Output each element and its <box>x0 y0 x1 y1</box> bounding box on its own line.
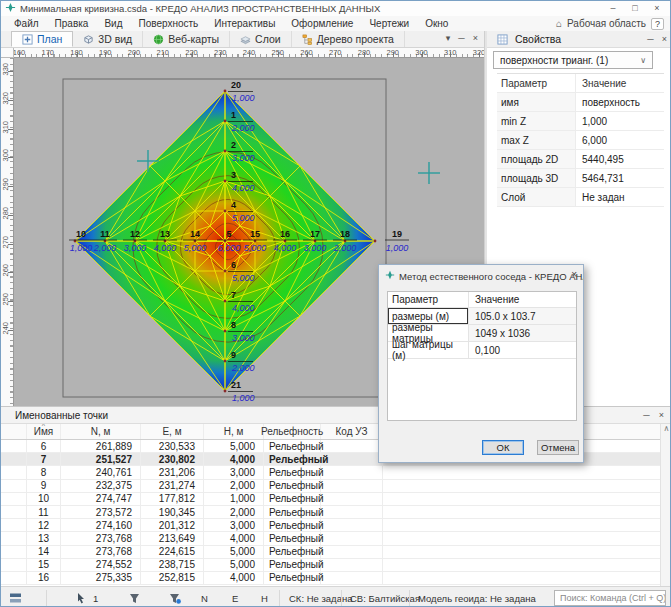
properties-close-icon[interactable]: × <box>662 34 667 44</box>
svg-text:1,000: 1,000 <box>386 243 409 253</box>
ruler-label: 300 <box>1 149 10 162</box>
svg-text:15: 15 <box>250 229 260 239</box>
3d-view-icon <box>83 34 94 45</box>
scroll-up-icon[interactable]: ∧ <box>664 424 670 433</box>
property-row[interactable]: имяповерхность <box>497 93 664 112</box>
property-row[interactable]: площадь 2D5440,495 <box>497 150 664 169</box>
ruler-label: 260 <box>1 264 10 277</box>
column-header[interactable]: Код УЗ <box>321 424 383 439</box>
close-window-button[interactable]: × <box>646 1 668 15</box>
properties-minimize-icon[interactable]: ─ <box>647 34 653 44</box>
column-header[interactable]: H, м <box>204 424 264 439</box>
tab-layers[interactable]: Слои <box>230 31 292 47</box>
menu-item-drawings[interactable]: Чертежи <box>361 18 417 29</box>
svg-text:5,000: 5,000 <box>232 213 255 223</box>
svg-text:3: 3 <box>231 170 236 180</box>
tab-3d-view[interactable]: 3D вид <box>73 31 143 47</box>
property-row[interactable]: СлойНе задан <box>497 188 664 207</box>
tab-plan[interactable]: План <box>11 31 73 47</box>
natural-neighbor-dialog: Метод естественного соседа - КРЕДО АНАЛИ… <box>378 264 584 463</box>
menu-item-edit[interactable]: Правка <box>47 18 97 29</box>
object-selector-dropdown[interactable]: поверхности трианг. (1) ∨ <box>493 51 653 69</box>
tab-label: 3D вид <box>98 33 132 45</box>
points-panel-minimize-icon[interactable]: ─ <box>643 410 649 420</box>
svg-text:17: 17 <box>310 229 320 239</box>
menu-item-surface[interactable]: Поверхность <box>130 18 206 29</box>
tab-project-tree[interactable]: Дерево проекта <box>292 31 405 47</box>
geoid-status[interactable]: Модель геоида: Не задана <box>418 587 536 607</box>
point-row[interactable]: 16275,335252,8154,000Рельефный <box>1 572 660 585</box>
title-bar: Минимальная кривизна.csda - КРЕДО АНАЛИЗ… <box>1 1 670 16</box>
crs-status[interactable]: СК: Не задана <box>289 587 352 607</box>
command-search-input[interactable]: Поиск: Команда (Ctrl + Q) <box>554 590 666 606</box>
named-points-title: Именованные точки <box>15 410 108 421</box>
window-title: Минимальная кривизна.csda - КРЕДО АНАЛИЗ… <box>20 3 380 14</box>
point-row[interactable]: 12274,160201,3123,000Рельефный <box>1 519 660 532</box>
ok-button[interactable]: ОК <box>482 440 524 455</box>
svg-text:13: 13 <box>160 229 170 239</box>
svg-text:3,000: 3,000 <box>232 333 255 343</box>
filter-active-icon[interactable] <box>169 587 181 607</box>
help-icon[interactable]: ? <box>651 18 664 30</box>
dialog-parameter-row[interactable]: шаг матрицы (м)0,100 <box>388 342 576 359</box>
dialog-close-icon[interactable]: × <box>571 269 577 280</box>
filter-icon[interactable] <box>129 587 140 607</box>
tabstrip-dropdown-icon[interactable]: ▾ <box>446 33 451 43</box>
svg-text:5,000: 5,000 <box>232 273 255 283</box>
point-row[interactable]: 9232,375231,2742,000Рельефный <box>1 480 660 493</box>
plan-icon <box>22 34 33 45</box>
menu-item-window[interactable]: Окно <box>417 18 456 29</box>
point-row[interactable]: 14273,768224,6155,000Рельефный <box>1 546 660 559</box>
column-header[interactable]: E, м <box>141 424 204 439</box>
svg-text:1,000: 1,000 <box>232 93 255 103</box>
maximize-window-button[interactable]: □ <box>624 1 646 15</box>
tabstrip-close-icon[interactable]: × <box>473 33 478 43</box>
menu-item-view[interactable]: Вид <box>96 18 130 29</box>
property-row[interactable]: площадь 3D5464,731 <box>497 169 664 188</box>
svg-text:10: 10 <box>76 229 86 239</box>
sort-ascending-icon: ^ <box>42 424 45 429</box>
menu-item-styling[interactable]: Оформление <box>283 18 361 29</box>
column-header[interactable]: Рельефность <box>264 424 321 439</box>
menu-item-file[interactable]: Файл <box>6 18 47 29</box>
svg-text:7: 7 <box>231 290 236 300</box>
property-row[interactable]: min Z1,000 <box>497 112 664 131</box>
dialog-parameters-table: ПараметрЗначениеразмеры (м)105.0 x 103.7… <box>387 291 577 421</box>
map-point-19: 191,000 <box>374 229 409 253</box>
workspace-label[interactable]: Рабочая область <box>567 18 646 29</box>
point-row[interactable]: 11273,572190,3452,000Рельефный <box>1 506 660 519</box>
point-row[interactable]: 10274,747177,8121,000Рельефный <box>1 493 660 506</box>
workspace-home-icon[interactable]: ⌂ <box>556 18 562 29</box>
select-cursor-icon[interactable] <box>76 587 86 607</box>
svg-text:16: 16 <box>280 229 290 239</box>
tab-web-maps[interactable]: Веб-карты <box>143 31 230 47</box>
dialog-title-bar[interactable]: Метод естественного соседа - КРЕДО АНАЛИ… <box>379 265 583 287</box>
svg-text:4,000: 4,000 <box>232 183 255 193</box>
menu-item-interactives[interactable]: Интерактивы <box>206 18 283 29</box>
report-icon[interactable] <box>9 587 22 607</box>
coord-label-n: N <box>201 587 208 607</box>
ruler-label: 330 <box>1 63 10 76</box>
property-row[interactable]: max Z6,000 <box>497 131 664 150</box>
svg-text:4,000: 4,000 <box>154 243 177 253</box>
point-row[interactable]: 8240,761231,2063,000Рельефный <box>1 466 660 479</box>
application-window: Минимальная кривизна.csda - КРЕДО АНАЛИЗ… <box>0 0 671 607</box>
point-row[interactable]: 15274,552238,7155,000Рельефный <box>1 559 660 572</box>
svg-text:4: 4 <box>231 200 236 210</box>
points-panel-close-icon[interactable]: × <box>659 410 664 420</box>
svg-text:2,000: 2,000 <box>93 243 117 253</box>
dialog-title: Метод естественного соседа - КРЕДО АНАЛИ… <box>399 271 583 282</box>
cancel-button[interactable]: Отмена <box>537 440 579 455</box>
properties-table: ПараметрЗначениеимяповерхностьmin Z1,000… <box>497 73 664 207</box>
svg-text:6,000: 6,000 <box>218 243 241 253</box>
column-header[interactable]: N, м <box>61 424 141 439</box>
svg-text:11: 11 <box>100 229 110 239</box>
svg-text:4,000: 4,000 <box>232 303 255 313</box>
minimize-window-button[interactable]: – <box>602 1 624 15</box>
column-header[interactable]: ^Имя <box>27 424 61 439</box>
ruler-label: 270 <box>1 236 10 249</box>
points-table-scrollbar[interactable]: ∧ <box>660 424 671 587</box>
svg-text:20: 20 <box>231 80 241 90</box>
point-row[interactable]: 13273,768213,6494,000Рельефный <box>1 532 660 545</box>
tabstrip-minimize-icon[interactable]: ─ <box>458 33 464 43</box>
